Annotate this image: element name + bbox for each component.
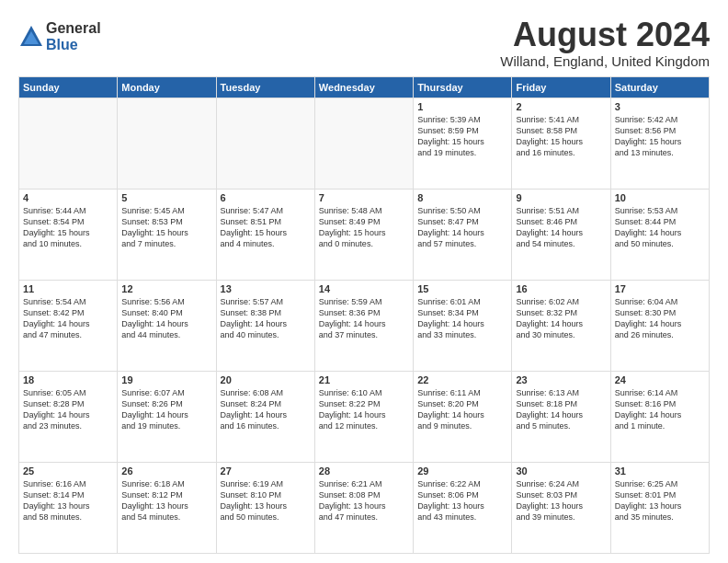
- cell-details: Sunrise: 6:18 AMSunset: 8:12 PMDaylight:…: [121, 478, 211, 523]
- cell-details: Sunrise: 5:59 AMSunset: 8:36 PMDaylight:…: [319, 296, 409, 341]
- cell-details: Sunrise: 6:22 AMSunset: 8:06 PMDaylight:…: [417, 478, 507, 523]
- calendar-cell: 11Sunrise: 5:54 AMSunset: 8:42 PMDayligh…: [19, 280, 118, 371]
- calendar-cell: 6Sunrise: 5:47 AMSunset: 8:51 PMDaylight…: [216, 189, 314, 280]
- week-row-1: 1Sunrise: 5:39 AMSunset: 8:59 PMDaylight…: [19, 98, 710, 189]
- logo-icon: [18, 24, 44, 50]
- calendar-cell: 31Sunrise: 6:25 AMSunset: 8:01 PMDayligh…: [610, 462, 709, 553]
- cell-details: Sunrise: 6:01 AMSunset: 8:34 PMDaylight:…: [417, 296, 507, 341]
- cell-details: Sunrise: 6:02 AMSunset: 8:32 PMDaylight:…: [516, 296, 606, 341]
- calendar-cell: 21Sunrise: 6:10 AMSunset: 8:22 PMDayligh…: [314, 371, 413, 462]
- weekday-thursday: Thursday: [414, 76, 512, 98]
- calendar-cell: 23Sunrise: 6:13 AMSunset: 8:18 PMDayligh…: [512, 371, 610, 462]
- calendar-cell: 3Sunrise: 5:42 AMSunset: 8:56 PMDaylight…: [610, 98, 709, 189]
- week-row-5: 25Sunrise: 6:16 AMSunset: 8:14 PMDayligh…: [19, 462, 710, 553]
- calendar-cell: 26Sunrise: 6:18 AMSunset: 8:12 PMDayligh…: [118, 462, 216, 553]
- day-number: 3: [615, 101, 705, 112]
- cell-details: Sunrise: 6:05 AMSunset: 8:28 PMDaylight:…: [23, 387, 113, 432]
- day-number: 10: [615, 192, 705, 203]
- weekday-sunday: Sunday: [19, 76, 118, 98]
- cell-details: Sunrise: 6:14 AMSunset: 8:16 PMDaylight:…: [615, 387, 705, 432]
- cell-details: Sunrise: 5:57 AMSunset: 8:38 PMDaylight:…: [221, 296, 311, 341]
- weekday-saturday: Saturday: [610, 76, 709, 98]
- cell-details: Sunrise: 5:42 AMSunset: 8:56 PMDaylight:…: [615, 114, 705, 159]
- calendar-cell: 15Sunrise: 6:01 AMSunset: 8:34 PMDayligh…: [414, 280, 512, 371]
- weekday-friday: Friday: [512, 76, 610, 98]
- location: Willand, England, United Kingdom: [500, 53, 710, 69]
- calendar-cell: [19, 98, 118, 189]
- calendar-cell: 28Sunrise: 6:21 AMSunset: 8:08 PMDayligh…: [314, 462, 413, 553]
- day-number: 1: [417, 101, 507, 112]
- day-number: 23: [516, 374, 606, 385]
- cell-details: Sunrise: 5:54 AMSunset: 8:42 PMDaylight:…: [23, 296, 113, 341]
- day-number: 24: [615, 374, 705, 385]
- logo-text: General Blue: [46, 20, 101, 52]
- day-number: 21: [319, 374, 409, 385]
- day-number: 9: [516, 192, 606, 203]
- cell-details: Sunrise: 6:13 AMSunset: 8:18 PMDaylight:…: [516, 387, 606, 432]
- cell-details: Sunrise: 6:25 AMSunset: 8:01 PMDaylight:…: [615, 478, 705, 523]
- cell-details: Sunrise: 5:56 AMSunset: 8:40 PMDaylight:…: [121, 296, 211, 341]
- month-title: August 2024: [500, 17, 710, 53]
- week-row-4: 18Sunrise: 6:05 AMSunset: 8:28 PMDayligh…: [19, 371, 710, 462]
- calendar-cell: 18Sunrise: 6:05 AMSunset: 8:28 PMDayligh…: [19, 371, 118, 462]
- calendar-cell: 10Sunrise: 5:53 AMSunset: 8:44 PMDayligh…: [610, 189, 709, 280]
- calendar-cell: 25Sunrise: 6:16 AMSunset: 8:14 PMDayligh…: [19, 462, 118, 553]
- calendar-cell: 20Sunrise: 6:08 AMSunset: 8:24 PMDayligh…: [216, 371, 314, 462]
- day-number: 25: [23, 465, 113, 477]
- cell-details: Sunrise: 6:10 AMSunset: 8:22 PMDaylight:…: [319, 387, 409, 432]
- day-number: 2: [516, 101, 606, 112]
- cell-details: Sunrise: 5:51 AMSunset: 8:46 PMDaylight:…: [516, 205, 606, 250]
- calendar-cell: 14Sunrise: 5:59 AMSunset: 8:36 PMDayligh…: [314, 280, 413, 371]
- cell-details: Sunrise: 5:50 AMSunset: 8:47 PMDaylight:…: [417, 205, 507, 250]
- day-number: 16: [516, 283, 606, 294]
- calendar-cell: 13Sunrise: 5:57 AMSunset: 8:38 PMDayligh…: [216, 280, 314, 371]
- day-number: 6: [221, 192, 311, 203]
- day-number: 28: [319, 465, 409, 477]
- cell-details: Sunrise: 6:08 AMSunset: 8:24 PMDaylight:…: [221, 387, 311, 432]
- day-number: 29: [417, 465, 507, 477]
- week-row-2: 4Sunrise: 5:44 AMSunset: 8:54 PMDaylight…: [19, 189, 710, 280]
- calendar-cell: 12Sunrise: 5:56 AMSunset: 8:40 PMDayligh…: [118, 280, 216, 371]
- day-number: 14: [319, 283, 409, 294]
- day-number: 19: [121, 374, 211, 385]
- calendar-cell: [314, 98, 413, 189]
- calendar-cell: 27Sunrise: 6:19 AMSunset: 8:10 PMDayligh…: [216, 462, 314, 553]
- cell-details: Sunrise: 5:48 AMSunset: 8:49 PMDaylight:…: [319, 205, 409, 250]
- day-number: 30: [516, 465, 606, 477]
- weekday-tuesday: Tuesday: [216, 76, 314, 98]
- cell-details: Sunrise: 6:07 AMSunset: 8:26 PMDaylight:…: [121, 387, 211, 432]
- weekday-wednesday: Wednesday: [314, 76, 413, 98]
- header: General Blue August 2024 Willand, Englan…: [18, 17, 710, 69]
- day-number: 26: [121, 465, 211, 477]
- day-number: 7: [319, 192, 409, 203]
- cell-details: Sunrise: 5:41 AMSunset: 8:58 PMDaylight:…: [516, 114, 606, 159]
- title-area: August 2024 Willand, England, United Kin…: [500, 17, 710, 69]
- calendar-cell: 4Sunrise: 5:44 AMSunset: 8:54 PMDaylight…: [19, 189, 118, 280]
- calendar-cell: 1Sunrise: 5:39 AMSunset: 8:59 PMDaylight…: [414, 98, 512, 189]
- cell-details: Sunrise: 5:53 AMSunset: 8:44 PMDaylight:…: [615, 205, 705, 250]
- logo-general-text: General: [46, 20, 101, 37]
- calendar-cell: 19Sunrise: 6:07 AMSunset: 8:26 PMDayligh…: [118, 371, 216, 462]
- cell-details: Sunrise: 6:16 AMSunset: 8:14 PMDaylight:…: [23, 478, 113, 523]
- cell-details: Sunrise: 6:21 AMSunset: 8:08 PMDaylight:…: [319, 478, 409, 523]
- day-number: 4: [23, 192, 113, 203]
- calendar-cell: 5Sunrise: 5:45 AMSunset: 8:53 PMDaylight…: [118, 189, 216, 280]
- cell-details: Sunrise: 6:19 AMSunset: 8:10 PMDaylight:…: [221, 478, 311, 523]
- day-number: 11: [23, 283, 113, 294]
- calendar: SundayMondayTuesdayWednesdayThursdayFrid…: [18, 76, 710, 554]
- calendar-cell: 30Sunrise: 6:24 AMSunset: 8:03 PMDayligh…: [512, 462, 610, 553]
- calendar-cell: 16Sunrise: 6:02 AMSunset: 8:32 PMDayligh…: [512, 280, 610, 371]
- calendar-cell: 22Sunrise: 6:11 AMSunset: 8:20 PMDayligh…: [414, 371, 512, 462]
- calendar-cell: [118, 98, 216, 189]
- day-number: 18: [23, 374, 113, 385]
- day-number: 27: [221, 465, 311, 477]
- day-number: 8: [417, 192, 507, 203]
- cell-details: Sunrise: 5:47 AMSunset: 8:51 PMDaylight:…: [221, 205, 311, 250]
- cell-details: Sunrise: 5:39 AMSunset: 8:59 PMDaylight:…: [417, 114, 507, 159]
- calendar-cell: [216, 98, 314, 189]
- weekday-monday: Monday: [118, 76, 216, 98]
- calendar-cell: 8Sunrise: 5:50 AMSunset: 8:47 PMDaylight…: [414, 189, 512, 280]
- page: General Blue August 2024 Willand, Englan…: [0, 0, 728, 563]
- calendar-cell: 17Sunrise: 6:04 AMSunset: 8:30 PMDayligh…: [610, 280, 709, 371]
- cell-details: Sunrise: 6:24 AMSunset: 8:03 PMDaylight:…: [516, 478, 606, 523]
